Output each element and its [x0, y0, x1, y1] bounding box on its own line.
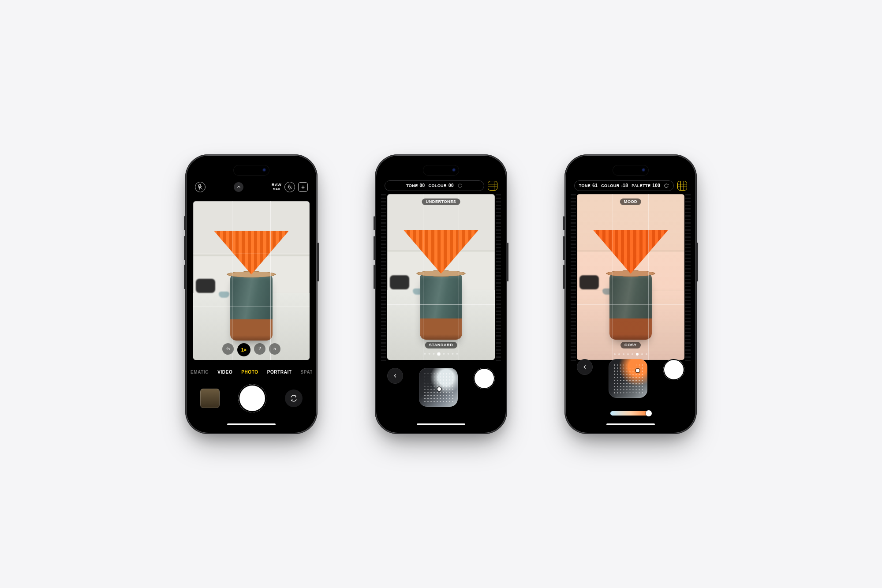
style-category-label: MOOD: [620, 198, 641, 205]
phone-camera-standard: RAW MAX + ·5 1× 2 5: [185, 154, 318, 434]
preview-image: [387, 194, 495, 360]
colour-value: 00: [448, 184, 454, 188]
style-name-label: STANDARD: [425, 342, 457, 348]
camera-bottom-row: [191, 383, 312, 414]
grid-toggle-icon[interactable]: [488, 181, 497, 191]
camera-viewfinder[interactable]: ·5 1× 2 5: [193, 201, 310, 360]
mode-photo[interactable]: PHOTO: [241, 367, 258, 378]
shutter-button[interactable]: [663, 359, 684, 380]
zoom-0-5x[interactable]: ·5: [222, 343, 234, 355]
preview-image: [577, 194, 684, 360]
palette-slider[interactable]: [610, 411, 651, 416]
dynamic-island: [613, 165, 649, 176]
chevron-up-icon[interactable]: [234, 182, 243, 192]
reset-icon[interactable]: [664, 183, 669, 188]
style-category-label: UNDERTONES: [422, 198, 460, 205]
style-rail-left[interactable]: [571, 194, 576, 363]
back-button[interactable]: [577, 359, 593, 375]
preview-image: [193, 201, 310, 360]
raw-sub: MAX: [273, 187, 280, 191]
style-preview[interactable]: MOOD COSY: [577, 194, 684, 360]
tone-colour-pad[interactable]: [419, 368, 458, 407]
zoom-1x[interactable]: 1×: [237, 343, 250, 356]
style-bottom-row: [570, 359, 691, 416]
camera-switch-button[interactable]: [285, 390, 303, 407]
zoom-controls: ·5 1× 2 5: [222, 343, 280, 356]
zoom-2x[interactable]: 2: [254, 343, 265, 355]
camera-mode-strip[interactable]: CINEMATIC VIDEO PHOTO PORTRAIT SPATIAL: [191, 367, 312, 378]
colour-label: COLOUR: [429, 184, 447, 188]
camera-top-bar: RAW MAX +: [191, 179, 312, 195]
style-dots: [614, 353, 647, 356]
back-button[interactable]: [387, 368, 403, 384]
home-indicator[interactable]: [227, 423, 276, 425]
grid-toggle-icon[interactable]: [677, 181, 687, 191]
shutter-button[interactable]: [474, 368, 495, 389]
mode-video[interactable]: VIDEO: [217, 367, 232, 378]
tone-value: 00: [420, 184, 425, 188]
last-photo-thumbnail[interactable]: [200, 389, 220, 408]
tone-label: TONE: [406, 184, 418, 188]
tone-value: 61: [592, 184, 598, 188]
pad-cursor[interactable]: [636, 369, 639, 372]
style-top-bar: TONE 00 COLOUR 00: [380, 179, 502, 192]
zoom-5x[interactable]: 5: [269, 343, 280, 355]
style-name-label: COSY: [620, 342, 641, 348]
dynamic-island: [423, 165, 459, 176]
style-top-bar: TONE 61 COLOUR -18 PALETTE 100: [570, 179, 691, 192]
tone-colour-pad[interactable]: [609, 359, 647, 398]
style-preview[interactable]: UNDERTONES STANDARD: [387, 194, 495, 360]
palette-label: PALETTE: [632, 184, 650, 188]
dynamic-island: [233, 165, 269, 176]
screen: RAW MAX + ·5 1× 2 5: [191, 160, 312, 429]
live-photo-off-icon[interactable]: [284, 182, 295, 192]
colour-label: COLOUR: [601, 184, 619, 188]
home-indicator[interactable]: [417, 423, 465, 425]
styles-button-icon[interactable]: +: [298, 182, 308, 192]
shutter-button[interactable]: [238, 384, 266, 412]
tone-colour-palette-capsule[interactable]: TONE 61 COLOUR -18 PALETTE 100: [574, 180, 674, 191]
style-bottom-row: [380, 368, 502, 416]
tone-label: TONE: [579, 184, 590, 188]
pad-cursor[interactable]: [437, 387, 441, 391]
phone-style-undertones: TONE 00 COLOUR 00 UNDERTONES STANDARD: [375, 154, 507, 434]
style-rail-left[interactable]: [381, 194, 386, 363]
style-rail-right[interactable]: [685, 194, 691, 363]
mode-portrait[interactable]: PORTRAIT: [267, 367, 292, 378]
tone-colour-capsule[interactable]: TONE 00 COLOUR 00: [385, 180, 484, 191]
mode-cinematic[interactable]: CINEMATIC: [191, 367, 209, 378]
raw-toggle[interactable]: RAW MAX: [272, 183, 281, 191]
phone-style-mood-cosy: TONE 61 COLOUR -18 PALETTE 100 MOOD COSY: [564, 154, 697, 434]
mode-spatial[interactable]: SPATIAL: [301, 367, 312, 378]
style-rail-right[interactable]: [496, 194, 501, 363]
palette-value: 100: [652, 184, 660, 188]
flash-off-icon[interactable]: [195, 182, 206, 192]
raw-label: RAW: [272, 183, 281, 187]
reset-icon: [457, 183, 463, 188]
home-indicator[interactable]: [606, 423, 655, 425]
colour-value: -18: [621, 184, 628, 188]
palette-slider-knob[interactable]: [646, 410, 652, 416]
style-dots: [424, 352, 458, 356]
